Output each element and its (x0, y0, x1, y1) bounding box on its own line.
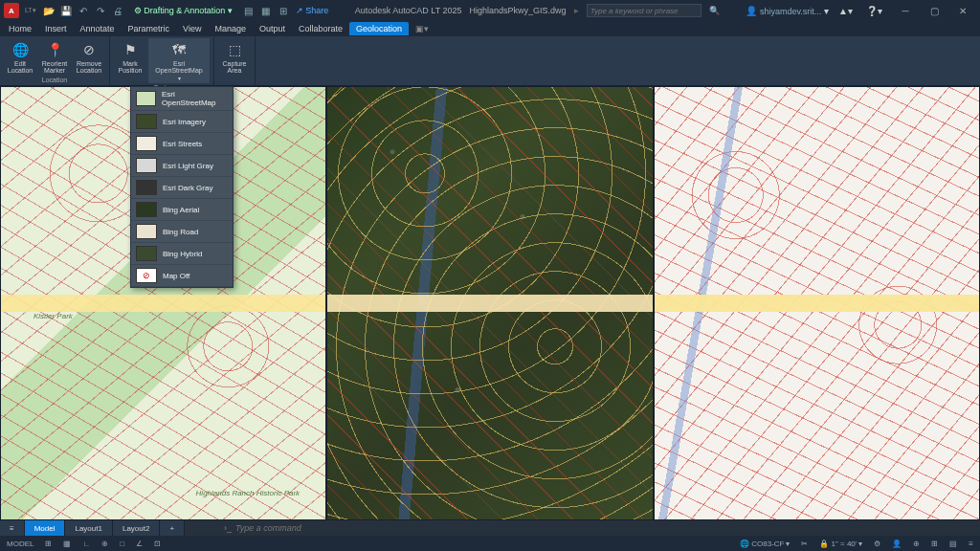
workspace-selector[interactable]: ⚙ Drafting & Annotation ▾ (130, 6, 236, 15)
tab-parametric[interactable]: Parametric (122, 22, 177, 35)
add-tab-button[interactable]: + (160, 520, 185, 536)
maximize-icon[interactable]: ▢ (921, 2, 947, 19)
print-icon[interactable]: 🖨 (111, 4, 124, 17)
sb-polar-icon[interactable]: ⊕ (99, 540, 111, 548)
tab-layout1[interactable]: Layout1 (65, 520, 112, 536)
thumb-icon (136, 136, 157, 151)
tab-home[interactable]: Home (2, 22, 38, 35)
pin-icon: 📍 (45, 40, 64, 59)
park-label: Kistler Park (33, 312, 73, 320)
command-prompt-icon: ›_ (224, 523, 232, 533)
thumb-icon (136, 158, 157, 173)
thumb-icon (136, 246, 157, 261)
search-icon[interactable]: 🔍 (709, 6, 720, 15)
qat-icon[interactable]: ▤ (242, 4, 256, 17)
sb-menu-icon[interactable]: ≡ (966, 540, 976, 548)
share-button[interactable]: ↗ Share (296, 6, 329, 15)
edit-location-button[interactable]: 🌐Edit Location (4, 38, 36, 76)
title-bar: A LT▾ 📂 💾 ↶ ↷ 🖨 ⚙ Drafting & Annotation … (0, 0, 980, 21)
reorient-marker-button[interactable]: 📍Reorient Marker (38, 38, 71, 76)
off-icon: ⊘ (136, 268, 157, 283)
qat-icon[interactable]: ▦ (259, 4, 273, 17)
minimize-icon[interactable]: ─ (892, 2, 919, 19)
map-pane-streets[interactable] (654, 86, 980, 520)
thumb-icon (136, 180, 157, 195)
undo-icon[interactable]: ↶ (77, 4, 90, 17)
tab-view[interactable]: View (176, 22, 208, 35)
thumb-icon (136, 91, 156, 106)
open-icon[interactable]: 📂 (42, 4, 56, 17)
basemap-dropdown-button[interactable]: 🗺Esri OpenStreetMap▾ (148, 38, 210, 83)
sb-scale[interactable]: 🔒 1" = 40' ▾ (816, 540, 865, 548)
sb-osnap-icon[interactable]: □ (117, 540, 127, 548)
qat-icon[interactable]: ⊞ (277, 4, 290, 17)
sb-snap-icon[interactable]: ▦ (60, 540, 74, 548)
sb-icon[interactable]: ⊕ (910, 540, 923, 548)
thumb-icon (136, 202, 157, 217)
sb-grid-icon[interactable]: ⊞ (42, 540, 55, 548)
remove-icon: ⊘ (79, 40, 99, 59)
tab-model[interactable]: Model (25, 520, 66, 536)
sb-icon[interactable]: ⊞ (928, 540, 941, 548)
tab-insert[interactable]: Insert (38, 22, 74, 35)
app-icon[interactable]: A (4, 3, 19, 18)
ribbon-tabs: Home Insert Annotate Parametric View Man… (0, 21, 980, 36)
tabs-menu-icon[interactable]: ≡ (0, 520, 25, 536)
save-icon[interactable]: 💾 (59, 4, 73, 17)
capture-area-button[interactable]: ⬚Capture Area (218, 38, 251, 76)
panel-tools: ⚑Mark Position 🗺Esri OpenStreetMap▾ Tool… (110, 36, 214, 85)
tab-manage[interactable]: Manage (208, 22, 253, 35)
sb-icon[interactable]: ⊡ (151, 540, 164, 548)
sb-ortho-icon[interactable]: ∟ (79, 540, 93, 548)
dd-bing-hybrid[interactable]: Bing Hybrid (131, 243, 233, 265)
close-icon[interactable]: ✕ (949, 2, 976, 19)
dd-esri-imagery[interactable]: Esri Imagery (131, 111, 233, 133)
remove-location-button[interactable]: ⊘Remove Location (73, 38, 105, 76)
tab-output[interactable]: Output (253, 22, 292, 35)
sb-icon[interactable]: ▤ (947, 540, 960, 548)
autodesk-icon[interactable]: ▲▾ (835, 6, 857, 16)
thumb-icon (136, 224, 157, 239)
layout-tabs: ≡ Model Layout1 Layout2 + (0, 520, 185, 536)
sb-gear-icon[interactable]: ⚙ (871, 540, 883, 548)
basemap-dropdown-menu: Esri OpenStreetMap Esri Imagery Esri Str… (130, 86, 234, 288)
dd-map-off[interactable]: ⊘Map Off (131, 265, 233, 287)
globe-icon: 🌐 (11, 40, 30, 59)
app-title: Autodesk AutoCAD LT 2025 (355, 6, 462, 15)
dd-bing-road[interactable]: Bing Road (131, 221, 233, 243)
dd-esri-lightgray[interactable]: Esri Light Gray (131, 155, 233, 177)
tab-annotate[interactable]: Annotate (74, 22, 122, 35)
panel-location: 🌐Edit Location 📍Reorient Marker ⊘Remove … (0, 36, 110, 85)
chevron-down-icon: ▾ (178, 75, 181, 81)
dd-esri-streets[interactable]: Esri Streets (131, 133, 233, 155)
dd-esri-osm[interactable]: Esri OpenStreetMap (131, 87, 233, 111)
sb-coord[interactable]: 🌐 CO83-CF ▾ (737, 540, 792, 548)
tab-layout2[interactable]: Layout2 (113, 520, 160, 536)
status-bar: MODEL ⊞ ▦ ∟ ⊕ □ ∠ ⊡ 🌐 CO83-CF ▾ ✂ 🔒 1" =… (0, 536, 980, 551)
map-icon: 🗺 (169, 40, 189, 59)
tab-overflow-icon[interactable]: ▣▾ (409, 22, 435, 35)
sb-icon[interactable]: ∠ (133, 540, 145, 548)
help-icon[interactable]: ❔▾ (862, 6, 886, 16)
dd-esri-darkgray[interactable]: Esri Dark Gray (131, 177, 233, 199)
file-name: HighlandsPkwy_GIS.dwg (470, 6, 567, 15)
sb-icon[interactable]: ✂ (798, 540, 811, 548)
user-account[interactable]: 👤 shiyamdev.srit... ▾ (746, 6, 829, 16)
sb-icon[interactable]: 👤 (889, 540, 904, 548)
map-pane-imagery[interactable] (326, 86, 653, 520)
thumb-icon (136, 114, 157, 129)
redo-icon[interactable]: ↷ (94, 4, 107, 17)
tab-geolocation[interactable]: Geolocation (349, 22, 409, 35)
tab-collaborate[interactable]: Collaborate (292, 22, 349, 35)
dd-bing-aerial[interactable]: Bing Aerial (131, 199, 233, 221)
help-search-input[interactable] (587, 4, 702, 17)
sb-model[interactable]: MODEL (4, 540, 36, 548)
ribbon: 🌐Edit Location 📍Reorient Marker ⊘Remove … (0, 36, 980, 86)
mark-position-button[interactable]: ⚑Mark Position (114, 38, 146, 83)
capture-icon: ⬚ (225, 40, 244, 59)
park-label: Highlands Ranch Historic Park (196, 489, 301, 497)
lt-badge: LT▾ (25, 7, 36, 14)
panel-capture: ⬚Capture Area (214, 36, 256, 85)
command-input[interactable] (235, 523, 427, 533)
quick-access-toolbar: 📂 💾 ↶ ↷ 🖨 (42, 4, 124, 17)
